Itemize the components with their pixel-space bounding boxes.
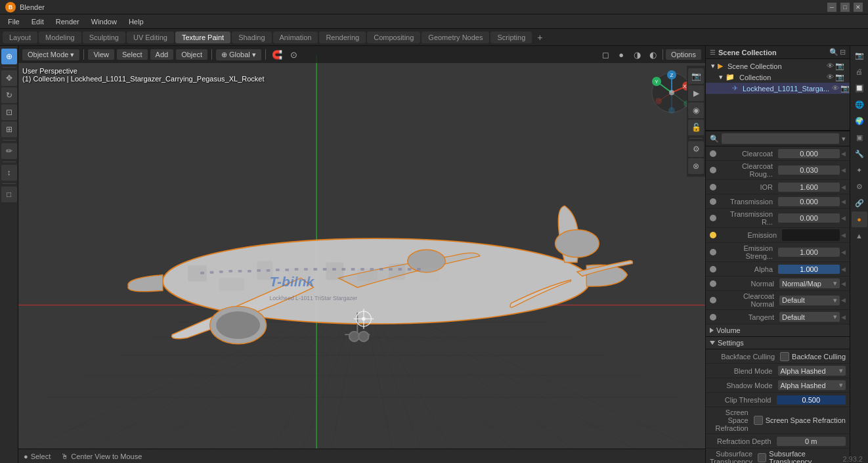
outliner-search-btn[interactable]: 🔍 xyxy=(829,48,838,56)
add-menu[interactable]: Add xyxy=(150,49,174,60)
volume-section-header[interactable]: Volume xyxy=(706,324,850,337)
camera-view-btn[interactable]: 📷 xyxy=(688,68,704,84)
menu-render[interactable]: Render xyxy=(51,16,85,27)
viewport-lock-btn[interactable]: 🔓 xyxy=(688,120,704,135)
rpanel-tab-output[interactable]: 🖨 xyxy=(852,64,867,79)
ior-pin: ◀ xyxy=(841,184,846,190)
transmission-value[interactable]: 0.000 xyxy=(778,197,840,206)
tab-layout[interactable]: Layout xyxy=(3,32,37,43)
svg-point-67 xyxy=(358,332,368,342)
normal-dropdown[interactable]: Normal/Map xyxy=(779,278,840,288)
rpanel-tab-physics[interactable]: ⚙ xyxy=(852,179,867,194)
rpanel-tab-view-layer[interactable]: 🔲 xyxy=(852,80,867,96)
viewport-shading-solid[interactable]: ● xyxy=(614,47,628,62)
vp-right-sep xyxy=(689,138,703,139)
svg-rect-56 xyxy=(188,265,207,281)
backface-culling-checkbox[interactable] xyxy=(780,352,789,361)
viewport-shading-wire[interactable]: ◻ xyxy=(598,47,613,62)
emission-color-swatch[interactable] xyxy=(782,229,840,241)
minimize-button[interactable]: ─ xyxy=(827,3,836,12)
search-input[interactable] xyxy=(722,133,839,144)
options-button[interactable]: Options xyxy=(666,49,701,60)
menu-help[interactable]: Help xyxy=(123,16,149,27)
rpanel-tab-render[interactable]: 📷 xyxy=(852,47,867,63)
rpanel-tab-material[interactable]: ● xyxy=(852,211,867,227)
constraint-btn[interactable]: ⊗ xyxy=(688,158,704,174)
rpanel-tab-data[interactable]: ▲ xyxy=(852,228,867,244)
object-item[interactable]: ✈ Lockheed_L1011_Starga... 👁 📷 xyxy=(706,83,850,94)
scene-collection-icons: 👁 📷 xyxy=(827,62,844,70)
select-menu[interactable]: Select xyxy=(117,49,148,60)
refraction-depth-value[interactable]: 0 m xyxy=(777,437,846,446)
tab-shading[interactable]: Shading xyxy=(232,32,271,43)
viewport[interactable]: Object Mode ▾ View Select Add Object ⊕ G… xyxy=(18,46,705,463)
ior-value[interactable]: 1.600 xyxy=(778,183,840,192)
main-layout: ⊕ ✥ ↻ ⊡ ⊞ ✏ ↕ □ Object Mode ▾ View Selec… xyxy=(0,46,868,463)
tab-add[interactable]: + xyxy=(533,31,546,44)
menu-edit[interactable]: Edit xyxy=(26,16,49,27)
viewport-shading-material[interactable]: ◑ xyxy=(630,47,644,62)
subsurface-trans-checkbox[interactable] xyxy=(758,453,766,462)
tool-measure[interactable]: ↕ xyxy=(1,165,17,181)
transmission-dot xyxy=(710,198,716,205)
transform-selector[interactable]: ⊕ Global ▾ xyxy=(216,49,261,60)
emission-strength-value[interactable]: 1.000 xyxy=(778,248,840,257)
clearcoat-normal-dropdown[interactable]: Default xyxy=(779,296,840,305)
rpanel-tab-world[interactable]: 🌍 xyxy=(852,113,867,129)
transmission-r-row: Transmission R... 0.000 ◀ xyxy=(706,209,850,228)
alpha-value[interactable]: 1.000 xyxy=(778,265,840,274)
maximize-button[interactable]: □ xyxy=(840,3,850,12)
transmission-r-value[interactable]: 0.000 xyxy=(778,213,840,223)
tab-compositing[interactable]: Compositing xyxy=(367,32,420,43)
clip-threshold-value[interactable]: 0.500 xyxy=(777,395,846,405)
tool-move[interactable]: ✥ xyxy=(1,70,17,86)
render-btn[interactable]: ▶ xyxy=(688,85,704,101)
tab-sculpting[interactable]: Sculpting xyxy=(83,32,125,43)
tool-cursor[interactable]: ⊕ xyxy=(1,49,17,64)
subsurface-trans-label: Subsurface Translucency xyxy=(710,450,758,463)
outliner-filter-btn[interactable]: ⊟ xyxy=(840,48,846,56)
object-menu[interactable]: Object xyxy=(176,49,207,60)
tangent-dropdown[interactable]: Default xyxy=(779,312,840,322)
tool-annotate[interactable]: ✏ xyxy=(1,143,17,159)
proportional-edit[interactable]: ⊙ xyxy=(287,47,301,62)
tool-transform[interactable]: ⊞ xyxy=(1,121,17,137)
settings-section-header[interactable]: Settings xyxy=(706,337,850,349)
tool-scale[interactable]: ⊡ xyxy=(1,104,17,120)
ssr-checkbox[interactable] xyxy=(754,416,763,425)
collection-item[interactable]: ▾ 📁 Collection 👁 📷 xyxy=(706,72,850,83)
scene-collection-item[interactable]: ▾ ▶ Scene Collection 👁 📷 xyxy=(706,60,850,72)
clearcoat-rough-value[interactable]: 0.030 xyxy=(778,165,840,175)
viewport-shading-rendered[interactable]: ◐ xyxy=(645,47,660,62)
menu-window[interactable]: Window xyxy=(86,16,122,27)
view-menu[interactable]: View xyxy=(88,49,114,60)
transmission-r-label: Transmission R... xyxy=(719,210,778,226)
close-button[interactable]: ✕ xyxy=(854,3,863,12)
tab-rendering[interactable]: Rendering xyxy=(319,32,366,43)
tab-animation[interactable]: Animation xyxy=(273,32,318,43)
tab-scripting[interactable]: Scripting xyxy=(490,32,532,43)
rpanel-tab-scene[interactable]: 🌐 xyxy=(852,97,867,112)
blend-mode-dropdown[interactable]: Alpha Hashed xyxy=(778,366,846,376)
rpanel-tab-constraints[interactable]: 🔗 xyxy=(852,195,867,211)
transmission-row: Transmission 0.000 ◀ xyxy=(706,194,850,209)
tool-add-cube[interactable]: □ xyxy=(1,187,17,202)
object-visibility-btn[interactable]: ◉ xyxy=(688,102,704,118)
tab-texture-paint[interactable]: Texture Paint xyxy=(175,32,230,43)
snap-toggle[interactable]: 🧲 xyxy=(270,47,284,62)
tab-geometry-nodes[interactable]: Geometry Nodes xyxy=(422,32,489,43)
rpanel-tab-object[interactable]: ▣ xyxy=(852,129,867,145)
clearcoat-rough-dot xyxy=(710,167,716,173)
tab-modeling[interactable]: Modeling xyxy=(39,32,81,43)
rpanel-tab-modifier[interactable]: 🔧 xyxy=(852,146,867,162)
menu-file[interactable]: File xyxy=(3,16,25,27)
clearcoat-value[interactable]: 0.000 xyxy=(778,149,840,158)
shader-ball-btn[interactable]: ⚙ xyxy=(688,141,704,157)
shadow-mode-dropdown[interactable]: Alpha Hashed xyxy=(778,380,846,390)
clearcoat-normal-dot xyxy=(710,297,716,303)
mode-selector[interactable]: Object Mode ▾ xyxy=(22,49,79,60)
tool-separator-4 xyxy=(3,183,16,184)
tab-uv-editing[interactable]: UV Editing xyxy=(127,32,174,43)
rpanel-tab-particles[interactable]: ✦ xyxy=(852,162,867,178)
tool-rotate[interactable]: ↻ xyxy=(1,87,17,103)
